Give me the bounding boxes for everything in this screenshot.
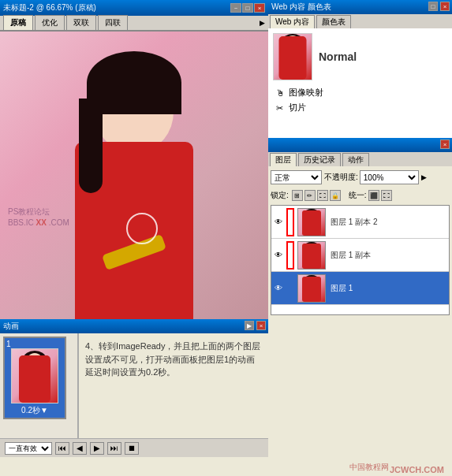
image-map-label: 图像映射 [289, 87, 323, 99]
cursor-icon: 🖱 [276, 88, 286, 98]
main-window: 未标题-2 @ 66.67% (原稿) － □ × 原稿 优化 双联 四联 ▶ [0, 0, 452, 476]
site-watermark: 中国教程网 [349, 462, 389, 473]
doc-maximize-btn[interactable]: □ [242, 3, 253, 13]
layers-tabs: 图层 历史记录 动作 [268, 152, 452, 166]
web-content-preview-row: Normal [273, 33, 447, 80]
anim-prev-frame-btn[interactable]: ◀ [73, 442, 87, 455]
layers-panel: × 图层 历史记录 动作 正常 不透明度: 100% ▶ 锁定: [268, 138, 452, 319]
doc-window-buttons: － □ × [230, 3, 265, 13]
blend-mode-row: 正常 不透明度: 100% ▶ [271, 169, 450, 186]
doc-close-btn[interactable]: × [254, 3, 265, 13]
tab-layers[interactable]: 图层 [270, 153, 297, 166]
anim-frame-time[interactable]: 0.2秒▼ [21, 405, 48, 416]
anim-first-frame-btn[interactable]: ⏮ [55, 442, 69, 455]
fill-label: 统一: [349, 190, 367, 201]
lock-label: 锁定: [271, 190, 289, 201]
doc-minimize-btn[interactable]: － [230, 3, 241, 13]
bottom-watermark: JCWCH.COM [390, 465, 444, 474]
selection-circle [126, 213, 158, 244]
normal-label: Normal [319, 50, 357, 63]
web-panel-tabs: Web 内容 颜色表 [268, 14, 452, 28]
canvas-area: PS教程论坛 BBS.IC XX .COM [0, 32, 268, 347]
web-content-panel: Web 内容 颜色表 □ × Web 内容 颜色表 Normal 🖱 图像映射 [268, 0, 452, 138]
web-panel-title-text: Web 内容 颜色表 [271, 2, 331, 13]
blend-mode-select[interactable]: 正常 [271, 170, 322, 184]
layer-item-copy2[interactable]: 👁 图层 1 副本 2 [271, 206, 449, 239]
web-panel-expand-btn[interactable]: □ [428, 2, 438, 11]
illustration-background: PS教程论坛 BBS.IC XX .COM [0, 32, 268, 347]
watermark-text: PS教程论坛 BBS.IC XX .COM [8, 206, 69, 229]
anim-title-text: 动画 [3, 321, 265, 332]
layer-eye-copy1[interactable]: 👁 [273, 250, 284, 261]
fill-icons-group: ⬛ ⛶ [368, 190, 392, 201]
anim-frame-number: 1 [6, 340, 11, 348]
tab-history[interactable]: 历史记录 [298, 153, 341, 166]
thumb-body [279, 36, 307, 80]
lock-all-btn[interactable]: 🔒 [330, 190, 341, 201]
girl-figure [63, 47, 205, 347]
lock-paint-btn[interactable]: ✏ [304, 190, 316, 201]
scissors-icon: ✂ [276, 103, 286, 113]
tab-arrow[interactable]: ▶ [257, 16, 267, 30]
slice-label: 切片 [289, 102, 306, 113]
layer-item-base[interactable]: 👁 图层 1 [271, 272, 449, 305]
tab-actions[interactable]: 动作 [342, 153, 369, 166]
layer-thumbnail-copy1 [297, 241, 326, 270]
web-thumbnail [273, 33, 312, 80]
tab-optimized[interactable]: 优化 [35, 15, 65, 30]
anim-frame-thumbnail [11, 348, 58, 403]
arrow-right-icon: ▶ [421, 173, 427, 181]
layer-item-copy1[interactable]: 👁 图层 1 副本 [271, 239, 449, 272]
anim-next-frame-btn[interactable]: ⏭ [107, 442, 121, 455]
layer-eye-base[interactable]: 👁 [273, 283, 284, 294]
fill-icon-2[interactable]: ⛶ [381, 190, 392, 201]
web-content-body: Normal 🖱 图像映射 ✂ 切片 [268, 28, 452, 139]
lock-transparent-btn[interactable]: ⊞ [292, 190, 303, 201]
layer-name-copy1: 图层 1 副本 [331, 250, 371, 261]
web-panel-close-btn[interactable]: × [440, 2, 450, 11]
layer-thumbnail-copy2 [297, 208, 326, 236]
document-title-bar: 未标题-2 @ 66.67% (原稿) － □ × [0, 0, 268, 16]
anim-play-btn[interactable]: ▶ [90, 442, 104, 455]
document-tabs: 原稿 优化 双联 四联 ▶ [0, 16, 268, 32]
fill-icon-1[interactable]: ⬛ [368, 190, 379, 201]
layer-red-indicator-copy2 [286, 208, 294, 236]
lock-position-btn[interactable]: ⛶ [317, 190, 328, 201]
anim-title-bar: 动画 ▶ × [0, 319, 268, 333]
anim-controls-bar: 一直有效▼ ⏮ ◀ ▶ ⏭ ⏹ [0, 438, 268, 457]
layer-name-copy2: 图层 1 副本 2 [331, 217, 377, 228]
animation-panel: 动画 ▶ × 1 0.2秒▼ 4、转到ImageReady，并且把上面的两个图层… [0, 319, 268, 457]
layer-thumbnail-base [297, 274, 326, 303]
web-menu-image-map[interactable]: 🖱 图像映射 [273, 85, 447, 100]
layers-body: 正常 不透明度: 100% ▶ 锁定: ⊞ ✏ ⛶ 🔒 统一: [268, 166, 452, 318]
web-menu-slice[interactable]: ✂ 切片 [273, 100, 447, 115]
layer-red-indicator-copy1 [286, 241, 294, 270]
layers-title-bar: × [268, 138, 452, 152]
anim-loop-select[interactable]: 一直有效▼ [5, 442, 52, 455]
lock-icons-group: ⊞ ✏ ⛶ 🔒 [292, 190, 341, 201]
tab-quad[interactable]: 四联 [98, 15, 128, 30]
layers-list: 👁 图层 1 副本 2 👁 [271, 205, 450, 315]
web-panel-title-bar: Web 内容 颜色表 □ × [268, 0, 452, 14]
layer-name-base: 图层 1 [331, 283, 353, 294]
tab-web-content[interactable]: Web 内容 [270, 15, 315, 28]
tab-original[interactable]: 原稿 [3, 15, 33, 30]
tab-dual[interactable]: 双联 [66, 15, 96, 30]
anim-stop-btn[interactable]: ⏹ [125, 442, 139, 455]
opacity-label: 不透明度: [324, 172, 358, 183]
document-title: 未标题-2 @ 66.67% (原稿) [3, 2, 230, 13]
opacity-select[interactable]: 100% [360, 170, 419, 184]
anim-frame-1[interactable]: 1 0.2秒▼ [3, 337, 66, 419]
layer-eye-copy2[interactable]: 👁 [273, 217, 284, 228]
girl-hair [87, 51, 181, 114]
lock-row: 锁定: ⊞ ✏ ⛶ 🔒 统一: ⬛ ⛶ [271, 188, 450, 203]
anim-expand-btn[interactable]: ▶ [245, 321, 254, 330]
tab-color-table[interactable]: 颜色表 [316, 15, 351, 28]
anim-close-btn[interactable]: × [256, 321, 266, 330]
layers-close-btn[interactable]: × [440, 139, 450, 149]
